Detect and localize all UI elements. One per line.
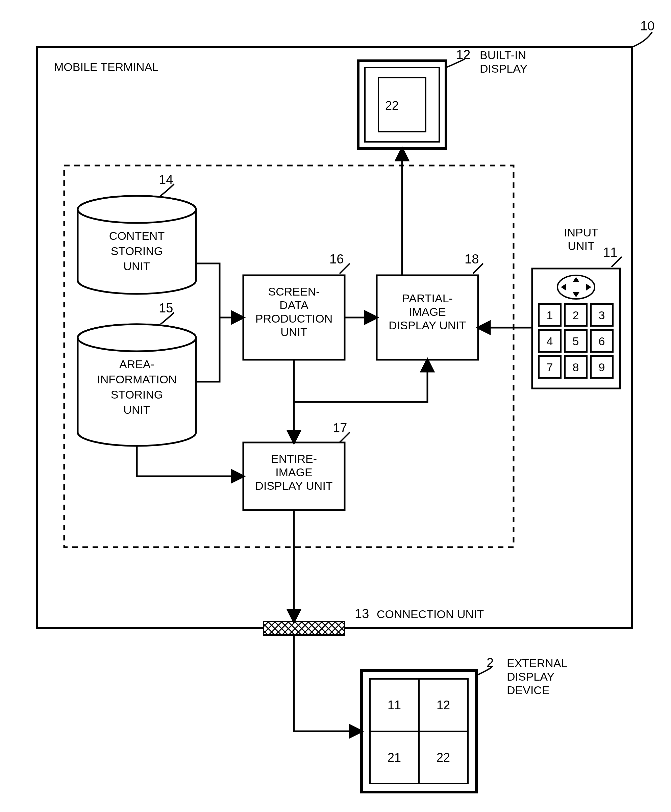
ref-terminal: 10 xyxy=(640,19,654,33)
svg-text:UNIT: UNIT xyxy=(123,260,150,272)
svg-text:INFORMATION: INFORMATION xyxy=(97,373,176,386)
svg-text:PRODUCTION: PRODUCTION xyxy=(255,312,333,325)
external-display-device: 11 12 21 22 2 EXTERNAL DISPLAY DEVICE xyxy=(361,655,568,792)
svg-text:DISPLAY: DISPLAY xyxy=(507,670,554,683)
svg-text:9: 9 xyxy=(599,361,605,374)
svg-text:8: 8 xyxy=(573,361,579,374)
svg-text:5: 5 xyxy=(573,335,579,347)
svg-text:ENTIRE-: ENTIRE- xyxy=(271,452,317,465)
keypad: 1 2 3 4 5 6 7 8 9 xyxy=(539,304,613,378)
ref-content-store: 14 xyxy=(159,173,173,187)
dpad-icon xyxy=(557,275,594,299)
svg-text:2: 2 xyxy=(573,309,579,322)
svg-text:PARTIAL-: PARTIAL- xyxy=(402,292,453,305)
svg-text:EXTERNAL: EXTERNAL xyxy=(507,657,568,669)
svg-text:21: 21 xyxy=(388,751,401,764)
svg-text:IMAGE: IMAGE xyxy=(409,305,446,318)
svg-text:7: 7 xyxy=(547,361,553,374)
content-storing-unit: CONTENT STORING UNIT 14 xyxy=(78,173,196,294)
ref-external-display: 2 xyxy=(487,655,494,670)
svg-text:22: 22 xyxy=(436,751,450,764)
ref-area-store: 15 xyxy=(159,301,173,315)
svg-text:DISPLAY UNIT: DISPLAY UNIT xyxy=(255,479,332,492)
ref-connection-unit: 13 xyxy=(355,607,369,621)
svg-point-11 xyxy=(78,196,196,223)
svg-text:DATA: DATA xyxy=(279,299,308,312)
svg-text:STORING: STORING xyxy=(111,245,163,257)
svg-text:SCREEN-: SCREEN- xyxy=(268,285,320,298)
svg-text:6: 6 xyxy=(599,335,605,347)
ref-entire-image: 17 xyxy=(333,421,347,435)
svg-text:STORING: STORING xyxy=(111,388,163,401)
svg-text:UNIT: UNIT xyxy=(123,403,150,416)
ref-screen-data: 16 xyxy=(329,252,344,266)
svg-text:BUILT-IN: BUILT-IN xyxy=(480,49,526,61)
svg-text:AREA-: AREA- xyxy=(119,358,154,371)
ref-builtin-display: 12 xyxy=(456,48,470,62)
svg-text:4: 4 xyxy=(547,335,553,347)
svg-text:DISPLAY UNIT: DISPLAY UNIT xyxy=(388,319,466,332)
svg-text:1: 1 xyxy=(547,309,553,322)
svg-rect-5 xyxy=(358,61,446,149)
svg-text:UNIT: UNIT xyxy=(281,325,307,339)
ref-partial-image: 18 xyxy=(465,252,479,266)
builtin-screen-value: 22 xyxy=(385,99,399,112)
input-unit: 1 2 3 4 5 6 7 8 9 11 INPUT UNIT xyxy=(532,226,622,388)
svg-point-16 xyxy=(78,324,196,351)
label-connection-unit: CONNECTION UNIT xyxy=(377,608,484,620)
partial-image-display-unit: PARTIAL- IMAGE DISPLAY UNIT 18 xyxy=(377,252,483,360)
svg-text:DEVICE: DEVICE xyxy=(507,684,550,696)
svg-text:UNIT: UNIT xyxy=(568,240,594,252)
svg-rect-6 xyxy=(365,68,439,142)
connection-unit: 13 CONNECTION UNIT xyxy=(264,607,484,635)
label-mobile-terminal: MOBILE TERMINAL xyxy=(54,60,158,73)
screen-data-production-unit: SCREEN- DATA PRODUCTION UNIT 16 xyxy=(243,252,350,360)
ref-input-unit: 11 xyxy=(603,245,617,259)
svg-text:IMAGE: IMAGE xyxy=(275,466,313,478)
svg-text:DISPLAY: DISPLAY xyxy=(480,62,527,75)
svg-text:11: 11 xyxy=(388,698,401,712)
svg-text:12: 12 xyxy=(436,698,450,712)
svg-text:3: 3 xyxy=(599,309,605,322)
area-info-storing-unit: AREA- INFORMATION STORING UNIT 15 xyxy=(78,301,196,446)
svg-text:INPUT: INPUT xyxy=(564,226,598,239)
svg-text:CONTENT: CONTENT xyxy=(109,229,165,242)
entire-image-display-unit: ENTIRE- IMAGE DISPLAY UNIT 17 xyxy=(243,421,350,510)
label-builtin-display: BUILT-IN DISPLAY xyxy=(480,49,527,75)
svg-rect-57 xyxy=(264,621,345,635)
builtin-display: 22 12 BUILT-IN DISPLAY xyxy=(358,48,527,149)
